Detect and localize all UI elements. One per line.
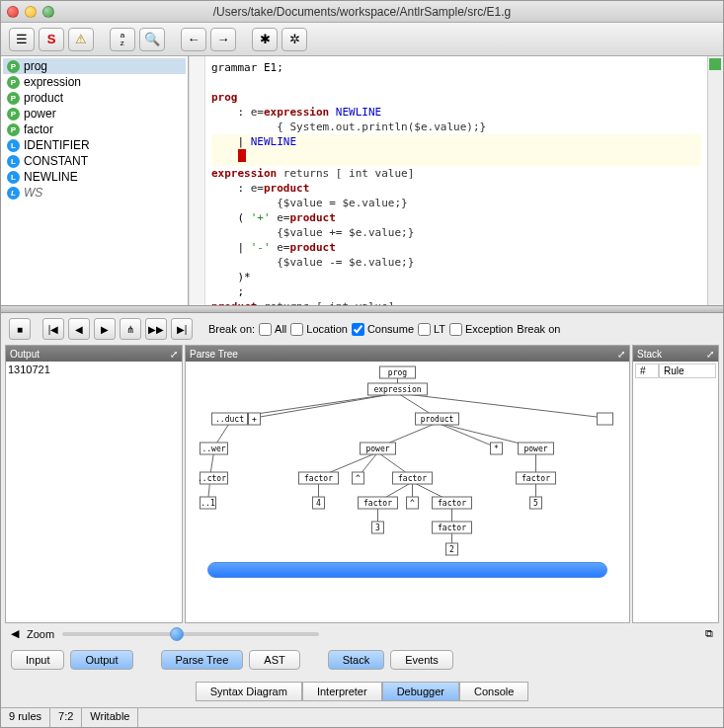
output-content[interactable]: 1310721 <box>6 362 182 622</box>
rule-name: prog <box>24 59 47 73</box>
svg-text:^: ^ <box>410 499 415 508</box>
svg-text:product: product <box>421 415 454 424</box>
zoom-label: Zoom <box>27 628 54 640</box>
status-mode: Writable <box>82 708 138 727</box>
sort-button[interactable]: a z <box>110 28 135 51</box>
tab-output[interactable]: Output <box>70 650 132 670</box>
rule-item-prog[interactable]: Pprog <box>3 58 186 74</box>
tree-layout-icon[interactable]: ⧉ <box>705 627 713 640</box>
break-lt-checkbox[interactable]: LT <box>418 323 445 336</box>
expand-icon[interactable]: ⤢ <box>170 349 178 360</box>
rule-item-constant[interactable]: LCONSTANT <box>3 153 186 169</box>
toggle-sidebar-button[interactable]: ☰ <box>9 28 35 51</box>
nav-back-button[interactable]: ← <box>181 28 206 51</box>
svg-text:power: power <box>365 445 389 453</box>
step-back-button[interactable]: ◀ <box>68 318 90 340</box>
lexer-rule-icon: L <box>7 171 20 184</box>
svg-text:factor: factor <box>438 524 466 532</box>
svg-rect-33 <box>598 413 613 425</box>
goto-end-button[interactable]: ▶| <box>171 318 193 340</box>
horizontal-scrollbar[interactable] <box>207 562 607 578</box>
tab-ast[interactable]: AST <box>249 650 299 670</box>
restart-button[interactable]: |◀ <box>42 318 64 340</box>
toolbar: ☰ S ⚠ a z 🔍 ← → ✱ ✲ <box>1 23 723 56</box>
rule-item-identifier[interactable]: LIDENTIFIER <box>3 137 186 153</box>
minimize-button[interactable] <box>25 6 37 18</box>
rule-item-factor[interactable]: Pfactor <box>3 121 186 137</box>
rule-name: IDENTIFIER <box>24 138 90 152</box>
rule-name: factor <box>24 122 53 136</box>
zoom-slider[interactable] <box>62 632 319 636</box>
tab-parsetree[interactable]: Parse Tree <box>161 650 244 670</box>
expand-icon[interactable]: ⤢ <box>617 349 625 360</box>
tab-console[interactable]: Console <box>459 682 528 701</box>
stop-button[interactable]: ■ <box>9 318 31 340</box>
close-button[interactable] <box>7 6 19 18</box>
rules-sidebar[interactable]: Pprog Pexpression Pproduct Ppower Pfacto… <box>1 56 189 305</box>
tab-debugger[interactable]: Debugger <box>382 682 459 701</box>
fast-forward-button[interactable]: ▶▶ <box>145 318 167 340</box>
rule-name: CONSTANT <box>24 154 88 168</box>
parser-rule-icon: P <box>7 92 20 105</box>
break-consume-checkbox[interactable]: Consume <box>352 323 414 336</box>
break-exception-checkbox[interactable]: Exception <box>449 323 513 336</box>
code-editor[interactable]: grammar E1; prog : e=expression NEWLINE … <box>205 56 707 305</box>
debug-button[interactable]: ✱ <box>252 28 278 51</box>
parser-rule-icon: P <box>7 108 20 121</box>
rule-item-product[interactable]: Pproduct <box>3 90 186 106</box>
svg-text:factor: factor <box>522 474 550 483</box>
tab-input[interactable]: Input <box>11 650 64 670</box>
zoom-controls: ◀ Zoom ⧉ <box>1 623 723 644</box>
tab-syntax-diagram[interactable]: Syntax Diagram <box>196 682 302 701</box>
nav-forward-button[interactable]: → <box>210 28 236 51</box>
expand-icon[interactable]: ⤢ <box>706 349 714 360</box>
tab-events[interactable]: Events <box>390 650 453 670</box>
svg-text:5: 5 <box>533 499 538 508</box>
step-button[interactable]: ⋔ <box>120 318 141 340</box>
svg-text:..duct: ..duct <box>215 415 244 424</box>
svg-text:..ctor: ..ctor <box>198 474 226 483</box>
editor-scrollbar[interactable] <box>707 56 723 305</box>
syntax-button[interactable]: S <box>39 28 64 51</box>
parsetree-panel: Parse Tree⤢ <box>185 345 630 623</box>
tab-interpreter[interactable]: Interpreter <box>302 682 382 701</box>
split-divider[interactable] <box>1 305 723 313</box>
rule-item-power[interactable]: Ppower <box>3 106 186 121</box>
break-all-checkbox[interactable]: All <box>259 323 286 336</box>
output-panel: Output⤢ 1310721 <box>5 345 183 623</box>
parsetree-canvas[interactable]: prog expression ..duct + product ..wer p… <box>186 362 629 622</box>
svg-text:power: power <box>523 445 547 453</box>
zoom-slider-thumb[interactable] <box>170 627 184 641</box>
status-indicator-icon <box>709 58 721 70</box>
svg-text:2: 2 <box>449 545 454 554</box>
svg-text:factor: factor <box>398 474 427 483</box>
rule-name: NEWLINE <box>24 170 78 184</box>
debug-config-button[interactable]: ✲ <box>282 28 307 51</box>
warnings-button[interactable]: ⚠ <box>68 28 94 51</box>
break-location-checkbox[interactable]: Location <box>290 323 348 336</box>
svg-text:4: 4 <box>316 499 321 508</box>
svg-text:..1: ..1 <box>201 499 215 508</box>
stack-content[interactable]: #Rule <box>633 362 718 622</box>
stack-col-rule: Rule <box>659 364 716 378</box>
break-on-label: Break on: <box>208 323 255 335</box>
window-title: /Users/take/Documents/workspace/AntlrSam… <box>1 5 723 19</box>
rule-item-expression[interactable]: Pexpression <box>3 74 186 90</box>
statusbar: 9 rules 7:2 Writable <box>1 707 723 727</box>
rule-item-newline[interactable]: LNEWLINE <box>3 169 186 185</box>
output-panel-title: Output <box>10 349 40 360</box>
maximize-button[interactable] <box>42 6 54 18</box>
break-on-right-label: Break on <box>517 323 560 335</box>
svg-line-2 <box>255 393 398 418</box>
fold-gutter[interactable] <box>190 56 205 305</box>
tab-stack[interactable]: Stack <box>328 650 385 670</box>
find-button[interactable]: 🔍 <box>139 28 165 51</box>
main-tabs: Syntax Diagram Interpreter Debugger Cons… <box>1 676 723 707</box>
lexer-rule-icon: L <box>7 155 20 168</box>
play-button[interactable]: ▶ <box>94 318 116 340</box>
svg-text:factor: factor <box>438 499 466 508</box>
rule-item-ws[interactable]: LWS <box>3 185 186 201</box>
parser-rule-icon: P <box>7 76 20 89</box>
svg-text:factor: factor <box>304 474 333 483</box>
stack-panel: Stack⤢ #Rule <box>632 345 719 623</box>
